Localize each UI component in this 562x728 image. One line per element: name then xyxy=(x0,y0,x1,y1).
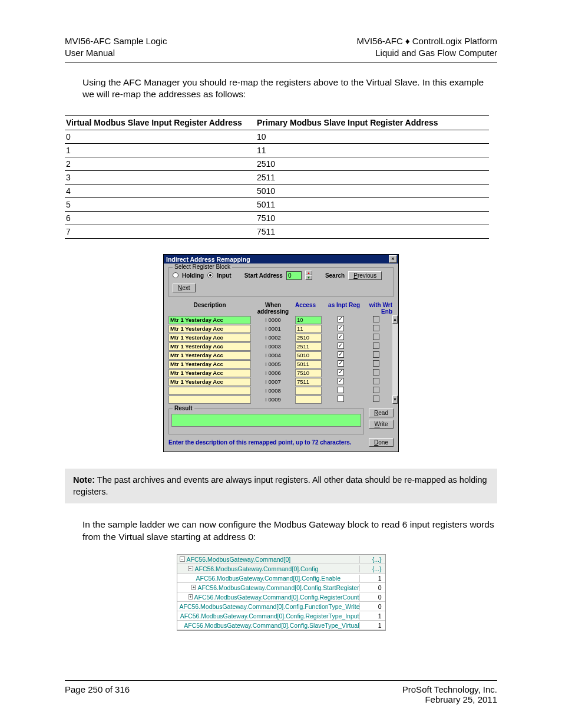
inpt-reg-checkbox[interactable] xyxy=(338,387,344,393)
footer-company: ProSoft Technology, Inc. xyxy=(402,684,497,694)
col-with-wrt-enb: with Wrt Enb xyxy=(360,302,392,315)
wrt-enb-checkbox xyxy=(373,369,379,375)
cell-description[interactable]: Mtr 1 Yesterday Acc xyxy=(168,360,251,368)
cell-access[interactable]: 5010 xyxy=(295,351,322,360)
scrollbar[interactable]: ▲ ▼ xyxy=(392,315,398,404)
cell-virtual: 1 xyxy=(65,144,256,157)
cell-description[interactable]: Mtr 1 Yesterday Acc xyxy=(168,334,251,342)
cell-access[interactable]: 7510 xyxy=(295,369,322,377)
note-box: Note: The past archives and events are a… xyxy=(65,469,497,503)
select-register-block-fieldset: Select Register Block Holding Input Star… xyxy=(168,267,394,297)
scroll-track[interactable] xyxy=(392,324,398,396)
table-row: 67510 xyxy=(65,212,489,225)
cell-primary: 5010 xyxy=(256,185,489,198)
tree-row[interactable]: +AFC56.ModbusGateway.Command[0].Config.R… xyxy=(177,592,385,602)
tree-value: 0 xyxy=(359,594,385,601)
next-button[interactable]: Next xyxy=(173,284,196,292)
start-address-label: Start Address xyxy=(244,272,283,279)
grid-row: Mtr 1 Yesterday AccI 00032511 xyxy=(168,342,392,351)
inpt-reg-checkbox[interactable] xyxy=(338,369,344,375)
page-header: MVI56-AFC Sample Logic User Manual MVI56… xyxy=(65,35,497,60)
tree-label-text: AFC56.ModbusGateway.Command[0].Config.Sl… xyxy=(184,622,359,629)
spinner-down-icon[interactable]: ▼ xyxy=(305,275,312,280)
col-when-addressing: When addressing xyxy=(251,302,295,315)
scroll-up-icon[interactable]: ▲ xyxy=(392,315,398,324)
cell-description[interactable]: Mtr 1 Yesterday Acc xyxy=(168,316,251,324)
collapse-icon[interactable]: − xyxy=(188,566,193,571)
cell-address: I 0006 xyxy=(251,370,295,376)
cell-description[interactable]: Mtr 1 Yesterday Acc xyxy=(168,325,251,333)
table-row: 010 xyxy=(65,130,489,144)
tree-value: 0 xyxy=(359,603,385,610)
cell-description[interactable]: Mtr 1 Yesterday Acc xyxy=(168,378,251,386)
cell-virtual: 4 xyxy=(65,185,256,198)
inpt-reg-checkbox[interactable] xyxy=(338,325,344,331)
tree-row[interactable]: −AFC56.ModbusGateway.Command[0].Config{.… xyxy=(177,564,385,574)
cell-description[interactable]: Mtr 1 Yesterday Acc xyxy=(168,369,251,377)
cell-description[interactable] xyxy=(168,387,251,395)
inpt-reg-checkbox[interactable] xyxy=(338,378,344,384)
tree-value: 0 xyxy=(359,584,385,591)
expand-icon[interactable]: + xyxy=(189,594,193,599)
tree-row[interactable]: AFC56.ModbusGateway.Command[0].Config.Re… xyxy=(177,611,385,621)
tree-row[interactable]: AFC56.ModbusGateway.Command[0].Config.Sl… xyxy=(177,621,385,630)
wrt-enb-checkbox xyxy=(373,342,379,349)
read-button[interactable]: Read xyxy=(369,409,394,417)
grid-row: I 0008 xyxy=(168,386,392,395)
tree-label-text: AFC56.ModbusGateway.Command[0].Config xyxy=(195,565,319,572)
inpt-reg-checkbox[interactable] xyxy=(338,342,344,349)
inpt-reg-checkbox[interactable] xyxy=(338,396,344,402)
inpt-reg-checkbox[interactable] xyxy=(338,316,344,322)
cell-description[interactable]: Mtr 1 Yesterday Acc xyxy=(168,342,251,351)
start-address-input[interactable] xyxy=(286,271,302,280)
expand-icon[interactable]: + xyxy=(191,585,196,590)
cell-access[interactable]: 7511 xyxy=(295,378,322,386)
result-fieldset: Result xyxy=(168,409,364,434)
inpt-reg-checkbox[interactable] xyxy=(338,351,344,358)
cell-address: I 0007 xyxy=(251,378,295,385)
tree-row[interactable]: −AFC56.ModbusGateway.Command[0]{...} xyxy=(177,555,385,564)
grid-row: Mtr 1 Yesterday AccI 00022510 xyxy=(168,333,392,342)
collapse-icon[interactable]: − xyxy=(180,556,185,562)
holding-radio[interactable] xyxy=(173,272,178,278)
previous-button[interactable]: Previous xyxy=(348,271,382,280)
scroll-down-icon[interactable]: ▼ xyxy=(392,396,398,404)
tree-row[interactable]: AFC56.ModbusGateway.Command[0].Config.En… xyxy=(177,574,385,583)
cell-access[interactable] xyxy=(295,396,322,404)
inpt-reg-checkbox[interactable] xyxy=(338,334,344,340)
tree-row[interactable]: AFC56.ModbusGateway.Command[0].Config.Fu… xyxy=(177,602,385,611)
next-btn-rest: ext xyxy=(182,285,190,291)
inpt-reg-checkbox[interactable] xyxy=(338,360,344,367)
grid-row: Mtr 1 Yesterday AccI 00055011 xyxy=(168,360,392,368)
tree-value: 1 xyxy=(359,622,385,629)
col-access: Access xyxy=(295,302,322,315)
grid-row: Mtr 1 Yesterday AccI 00067510 xyxy=(168,368,392,377)
cell-virtual: 6 xyxy=(65,212,256,225)
cell-description[interactable] xyxy=(168,396,251,404)
tree-label-text: AFC56.ModbusGateway.Command[0].Config.Re… xyxy=(194,594,359,601)
tree-label-text: AFC56.ModbusGateway.Command[0].Config.St… xyxy=(197,584,359,591)
col-description: Description xyxy=(168,302,251,315)
dialog-titlebar: Indirect Address Remapping × xyxy=(164,255,398,263)
grid-row: Mtr 1 Yesterday AccI 00077511 xyxy=(168,377,392,386)
cell-primary: 10 xyxy=(256,130,489,144)
write-button[interactable]: Write xyxy=(369,420,394,429)
after-note-paragraph: In the sample ladder we can now configur… xyxy=(82,519,497,543)
table-row: 22510 xyxy=(65,157,489,171)
holding-label: Holding xyxy=(182,272,204,279)
start-address-spinner[interactable]: ▲ ▼ xyxy=(305,271,312,280)
spinner-up-icon[interactable]: ▲ xyxy=(305,271,312,275)
cell-access[interactable]: 11 xyxy=(295,325,322,333)
cell-virtual: 2 xyxy=(65,157,256,171)
input-radio[interactable] xyxy=(207,272,213,278)
wrt-enb-checkbox xyxy=(373,360,379,367)
cell-access[interactable]: 2510 xyxy=(295,334,322,342)
cell-description[interactable]: Mtr 1 Yesterday Acc xyxy=(168,351,251,360)
tree-row[interactable]: +AFC56.ModbusGateway.Command[0].Config.S… xyxy=(177,583,385,592)
cell-access[interactable]: 5011 xyxy=(295,360,322,368)
done-button[interactable]: Done xyxy=(369,438,394,447)
cell-access[interactable]: 2511 xyxy=(295,342,322,351)
cell-access[interactable]: 10 xyxy=(295,316,322,324)
close-icon[interactable]: × xyxy=(389,255,397,263)
cell-access[interactable] xyxy=(295,387,322,395)
